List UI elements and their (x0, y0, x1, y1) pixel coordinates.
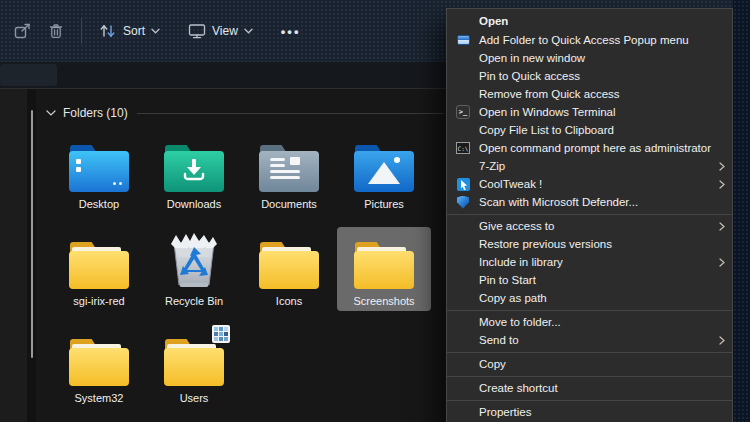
folder-tile-users[interactable]: Users (147, 324, 241, 408)
menu-item-label: 7-Zip (479, 160, 505, 172)
menu-item-open-command-prompt-here-as-administrator[interactable]: C:\Open command prompt here as administr… (447, 139, 732, 157)
share-button[interactable] (6, 15, 40, 47)
folder-label: Documents (261, 198, 317, 210)
menu-item-label: Create shortcut (479, 382, 558, 394)
folder-tile-icons[interactable]: Icons (242, 227, 336, 311)
view-button[interactable]: View (180, 15, 261, 47)
menu-item-give-access-to[interactable]: Give access to (447, 217, 732, 235)
submenu-chevron-icon (719, 162, 725, 171)
menu-separator (447, 376, 732, 377)
menu-item-open-in-new-window[interactable]: Open in new window (447, 49, 732, 67)
desktop-folder-icon (69, 144, 129, 192)
window-edge-strip (733, 0, 750, 422)
collapse-chevron-icon (46, 110, 56, 116)
shortcut-grid-overlay-icon (212, 325, 230, 343)
menu-item-label: Copy as path (479, 292, 547, 304)
menu-item-pin-to-start[interactable]: Pin to Start (447, 271, 732, 289)
folder-label: Desktop (79, 198, 119, 210)
sort-button[interactable]: Sort (91, 15, 168, 47)
chevron-down-icon (244, 28, 253, 34)
menu-item-restore-previous-versions[interactable]: Restore previous versions (447, 235, 732, 253)
folders-section-header[interactable]: Folders (10) (46, 106, 444, 120)
folder-tile-recycle-bin[interactable]: Recycle Bin (147, 227, 241, 311)
menu-item-label: Remove from Quick access (479, 88, 620, 100)
menu-item-label: Open in Windows Terminal (479, 106, 616, 118)
folder-label: Downloads (167, 198, 221, 210)
toolbar-divider (81, 18, 82, 44)
menu-item-move-to-folder[interactable]: Move to folder... (447, 313, 732, 331)
desktop-glyph (76, 159, 81, 164)
folder-tile-desktop[interactable]: Desktop (52, 130, 146, 214)
view-label: View (212, 24, 238, 38)
menu-item-label: Add Folder to Quick Access Popup menu (479, 34, 689, 46)
nav-scrollbar-thumb[interactable] (31, 110, 33, 358)
folder-tile-screenshots[interactable]: Screenshots (337, 227, 431, 311)
terminal-icon: >_ (456, 105, 470, 119)
folder-grid: Desktop Downloads Documents Pictures sgi… (52, 130, 431, 408)
share-icon (14, 23, 32, 39)
folder-tile-downloads[interactable]: Downloads (147, 130, 241, 214)
menu-item-open-in-windows-terminal[interactable]: >_Open in Windows Terminal (447, 103, 732, 121)
delete-button[interactable] (40, 15, 72, 47)
menu-item-add-folder-to-quick-access-popup-menu[interactable]: Add Folder to Quick Access Popup menu (447, 31, 732, 49)
nav-scrollbar[interactable] (27, 89, 36, 422)
users-folder-icon (164, 338, 224, 386)
see-more-button[interactable]: ••• (273, 15, 309, 47)
address-bar-fragment (0, 64, 57, 86)
menu-item-send-to[interactable]: Send to (447, 331, 732, 349)
menu-item-label: Pin to Start (479, 274, 536, 286)
documents-folder-icon (259, 144, 319, 192)
menu-item-remove-from-quick-access[interactable]: Remove from Quick access (447, 85, 732, 103)
folders-section-label: Folders (10) (63, 106, 128, 120)
menu-item-label: Copy (479, 358, 506, 370)
menu-item-label: Open in new window (479, 52, 585, 64)
menu-item-7-zip[interactable]: 7-Zip (447, 157, 732, 175)
menu-item-label: CoolTweak ! (479, 178, 542, 190)
yellow-folder-icon (69, 338, 129, 386)
yellow-folder-icon (69, 241, 129, 289)
menu-item-pin-to-quick-access[interactable]: Pin to Quick access (447, 67, 732, 85)
yellow-folder-icon (354, 241, 414, 289)
yellow-folder-icon (259, 241, 319, 289)
chevron-down-icon (151, 28, 160, 34)
menu-item-copy-as-path[interactable]: Copy as path (447, 289, 732, 307)
trash-icon (48, 23, 64, 39)
menu-separator (447, 214, 732, 215)
menu-separator (447, 352, 732, 353)
menu-item-label: Send to (479, 334, 519, 346)
folder-tile-documents[interactable]: Documents (242, 130, 336, 214)
document-lines-glyph (270, 158, 285, 161)
menu-item-cooltweak[interactable]: CoolTweak ! (447, 175, 732, 193)
menu-item-label: Open command prompt here as administrato… (479, 142, 711, 154)
menu-item-label: Pin to Quick access (479, 70, 580, 82)
menu-item-open[interactable]: Open (447, 11, 732, 31)
folder-label: Icons (276, 295, 302, 307)
menu-item-copy[interactable]: Copy (447, 355, 732, 373)
section-rule (137, 113, 444, 114)
folder-tile-pictures[interactable]: Pictures (337, 130, 431, 214)
folder-label: Screenshots (353, 295, 414, 307)
monitor-icon (188, 23, 206, 39)
submenu-chevron-icon (719, 180, 725, 189)
menu-item-copy-file-list-to-clipboard[interactable]: Copy File List to Clipboard (447, 121, 732, 139)
menu-item-label: Restore previous versions (479, 238, 612, 250)
folder-tile-system32[interactable]: System32 (52, 324, 146, 408)
cmd-icon: C:\ (456, 141, 470, 155)
cooltweak-icon (456, 177, 470, 191)
downloads-folder-icon (164, 144, 224, 192)
folder-label: System32 (75, 392, 124, 404)
menu-item-label: Properties (479, 406, 531, 418)
submenu-chevron-icon (719, 258, 725, 267)
folder-label: Recycle Bin (165, 295, 223, 307)
menu-item-scan-with-microsoft-defender[interactable]: Scan with Microsoft Defender... (447, 193, 732, 211)
menu-item-include-in-library[interactable]: Include in library (447, 253, 732, 271)
sort-icon (99, 24, 117, 38)
menu-item-create-shortcut[interactable]: Create shortcut (447, 379, 732, 397)
menu-separator (447, 400, 732, 401)
recycle-bin-icon (163, 231, 225, 289)
menu-item-properties[interactable]: Properties (447, 403, 732, 421)
menu-item-label: Scan with Microsoft Defender... (479, 196, 638, 208)
file-explorer-window: Sort View ••• Folders (10) (0, 0, 750, 422)
menu-separator (447, 310, 732, 311)
folder-tile-sgi-irix-red[interactable]: sgi-irix-red (52, 227, 146, 311)
